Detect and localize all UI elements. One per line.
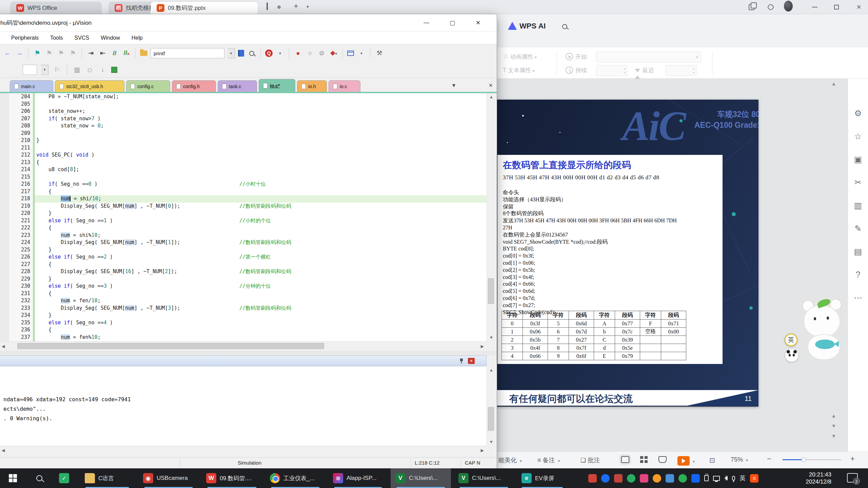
search-icon[interactable]: [562, 24, 567, 30]
find-dropdown-icon[interactable]: ▾: [228, 48, 235, 58]
breakpoint-kill-icon[interactable]: ⊘: [317, 49, 326, 58]
code-line-227[interactable]: 227 {: [0, 261, 487, 268]
start-select[interactable]: ▾: [596, 52, 701, 62]
ime-badge[interactable]: 英: [785, 333, 797, 346]
tray-browser-icon[interactable]: [601, 474, 610, 483]
uv-minimize-button[interactable]: —: [418, 17, 435, 28]
notes-button[interactable]: ≡ 备注 ▾: [537, 456, 560, 464]
tray-wechat-icon[interactable]: [627, 474, 635, 483]
build-icon[interactable]: ▥: [73, 65, 81, 74]
ime-indicator[interactable]: 英: [739, 474, 746, 482]
code-line-207[interactable]: 207 if( state_now>7 ): [0, 115, 487, 123]
duration-stepper[interactable]: ▴▾: [596, 65, 627, 76]
file-tab-main-c[interactable]: main.c: [10, 80, 53, 92]
tray-search-icon[interactable]: [653, 474, 661, 483]
taskbar-clock[interactable]: 20:21:43 2024/12/8: [791, 471, 831, 485]
usb-icon[interactable]: [704, 475, 709, 481]
code-line-229[interactable]: 229 }: [0, 276, 487, 283]
window-minimize-button[interactable]: [810, 3, 819, 12]
code-line-222[interactable]: 222 {: [0, 224, 487, 232]
tabs-dropdown-icon[interactable]: ▾: [307, 4, 309, 9]
fit-slide-icon[interactable]: ⊡: [709, 456, 715, 464]
code-line-217[interactable]: 217 {: [0, 188, 487, 196]
tray-security-icon[interactable]: [588, 474, 597, 483]
bookmark-clear-icon[interactable]: ⚑: [68, 49, 77, 58]
configure-wrench-icon[interactable]: ⚒: [375, 49, 384, 58]
zoom-value[interactable]: 75% ▾: [731, 456, 748, 463]
nav-back-icon[interactable]: ←: [3, 49, 12, 58]
chart-icon[interactable]: ▥: [854, 201, 862, 210]
code-line-206[interactable]: 206 state_now++;: [0, 108, 487, 115]
file-tab-io-c-[interactable]: io.c*: [259, 79, 295, 92]
window-close-button[interactable]: ✕: [854, 3, 863, 12]
nav-forward-icon[interactable]: →: [15, 49, 24, 58]
taskbar-alapp[interactable]: ≋Alapp-ISP...: [328, 468, 388, 488]
anim-props-button[interactable]: ☆ 动画属性▾: [502, 53, 537, 61]
output-vscrollbar[interactable]: ▲ ▼: [487, 366, 495, 446]
microphone-icon[interactable]: [732, 476, 735, 481]
taskbar-usbcamera[interactable]: ◉USBcamera: [138, 468, 199, 488]
code-line-215[interactable]: 215: [0, 174, 487, 181]
code-line-228[interactable]: 228 Display_Seg( SEG_NUM[16] , ~T_NUM[2]…: [0, 268, 487, 276]
zoom-out-button[interactable]: −: [767, 454, 771, 463]
code-line-226[interactable]: 226 else if( Seg_no ==2 )//第一个横杠: [0, 253, 487, 261]
code-line-208[interactable]: 208 state_now = 0;: [0, 122, 487, 130]
slide-scrollbar[interactable]: ▲: [830, 81, 837, 443]
sogou-icon[interactable]: S: [750, 474, 758, 483]
tray-cloud-icon[interactable]: [666, 474, 674, 483]
start-button[interactable]: [0, 468, 26, 488]
bookmark-icon[interactable]: ⚑: [33, 49, 42, 58]
file-tab-config-c[interactable]: config.c: [126, 80, 170, 92]
wps-tab-1[interactable]: WWPS Office: [10, 2, 102, 14]
tray-screenclip-icon[interactable]: [640, 474, 648, 483]
file-tab-stc32-stc8-usb-h[interactable]: stc32_stc8_usb.h: [55, 80, 124, 92]
copy-icon[interactable]: ▣: [854, 155, 862, 164]
help-icon[interactable]: ?: [856, 270, 861, 280]
output-close-icon[interactable]: ✕: [468, 358, 475, 364]
output-hscrollbar[interactable]: ◀ ▶: [0, 446, 487, 454]
window-layout-dropdown[interactable]: ▾: [357, 49, 366, 58]
indent-icon[interactable]: ⇥: [86, 49, 95, 58]
taskbar-wps-ppt[interactable]: W09.数码管....: [201, 468, 262, 488]
build-output[interactable]: ndata=496 xdata=192 const=149 code=7941 …: [0, 366, 487, 446]
panda-badge[interactable]: [785, 349, 798, 362]
account-avatar[interactable]: [784, 2, 793, 11]
tray-pinwheel-icon[interactable]: [614, 474, 623, 483]
tray-bluetooth-icon[interactable]: [691, 474, 700, 483]
breakpoint-disable-icon[interactable]: ○: [305, 49, 314, 58]
code-line-211[interactable]: 211: [0, 144, 487, 152]
comments-button[interactable]: ❏ 批注: [580, 456, 600, 464]
wps-ai-button[interactable]: WPS AI: [508, 22, 546, 30]
uv-close-button[interactable]: ✕: [470, 17, 487, 28]
zoom-slider[interactable]: [783, 456, 842, 463]
code-line-233[interactable]: 233 Display_Seg( SEG_NUM[num] , ~T_NUM[3…: [0, 305, 487, 312]
uv-maximize-button[interactable]: ▢: [444, 17, 461, 28]
edit-icon[interactable]: ✎: [854, 224, 862, 233]
download-icon[interactable]: [111, 67, 117, 73]
slide-content-box[interactable]: 在数码管上直接显示所给的段码 37H 53H 45H 47H 43H 00H 0…: [497, 155, 723, 364]
edit-config-icon[interactable]: [140, 50, 147, 56]
settings-icon[interactable]: ⚙: [854, 108, 862, 118]
taskbar-ev[interactable]: eEV录屏: [517, 468, 568, 488]
more-icon[interactable]: ⋯: [854, 293, 862, 303]
window-restore-button[interactable]: [832, 3, 841, 12]
search-tool-icon[interactable]: Q: [265, 49, 273, 57]
view-normal-icon[interactable]: [621, 456, 629, 463]
code-line-223[interactable]: 223 num = shi%10;: [0, 232, 487, 239]
code-editor[interactable]: 204 P0 = ~T_NUM[state_now];205206 state_…: [0, 93, 487, 341]
menu-window[interactable]: Window: [101, 35, 120, 41]
new-tab-button[interactable]: +: [294, 1, 298, 11]
text-props-button[interactable]: T 文本属性▾: [502, 66, 534, 74]
editor-vscrollbar[interactable]: ▲ ▼: [487, 93, 495, 341]
find-in-files-icon[interactable]: [247, 49, 256, 58]
code-line-219[interactable]: 219 Display_Seg( SEG_NUM[num] , ~T_NUM[0…: [0, 203, 487, 210]
code-line-225[interactable]: 225 }: [0, 246, 487, 254]
wps-tab-3[interactable]: P09.数码管.pptx: [151, 2, 258, 14]
code-line-210[interactable]: 210}: [0, 137, 487, 144]
code-line-204[interactable]: 204 P0 = ~T_NUM[state_now];: [0, 93, 487, 101]
comment-icon[interactable]: //: [110, 49, 119, 58]
menu-help[interactable]: Help: [132, 35, 143, 41]
taskbar-c-folder[interactable]: C语言: [80, 468, 134, 488]
code-line-234[interactable]: 234 }: [0, 312, 487, 319]
tab-scroll-icon[interactable]: ▼: [451, 82, 456, 88]
